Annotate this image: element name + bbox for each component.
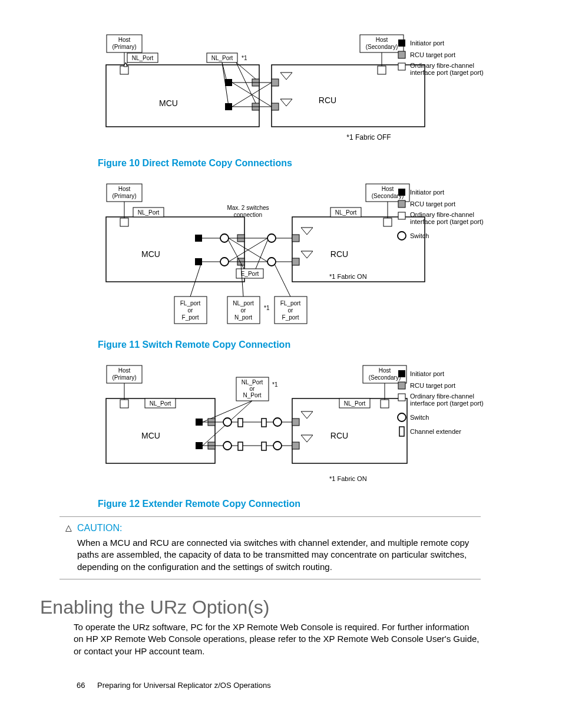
- svg-text:Ordinary fibre-channel: Ordinary fibre-channel: [410, 62, 474, 69]
- svg-text:F_port: F_port: [282, 314, 299, 321]
- svg-text:N_Port: N_Port: [243, 392, 261, 398]
- caution-text: When a MCU and RCU are connected via swi…: [77, 537, 481, 573]
- svg-text:RCU target port: RCU target port: [410, 382, 455, 389]
- svg-text:(Primary): (Primary): [112, 374, 136, 381]
- caution-block: △ CAUTION: When a MCU and RCU are connec…: [59, 516, 481, 579]
- figure-12-diagram: Host (Primary) Host (Secondary) NL_Port …: [98, 363, 510, 493]
- caution-icon: △: [65, 523, 72, 532]
- svg-rect-67: [292, 235, 299, 242]
- svg-text:NL_Port: NL_Port: [335, 209, 357, 216]
- svg-rect-148: [238, 419, 243, 427]
- svg-line-86: [256, 241, 267, 269]
- section-heading: Enabling the URz Option(s): [40, 597, 270, 618]
- svg-text:RCU target port: RCU target port: [410, 200, 455, 207]
- svg-text:interface port (target port): interface port (target port): [410, 218, 484, 225]
- svg-text:MCU: MCU: [159, 98, 178, 108]
- svg-rect-110: [398, 212, 405, 219]
- svg-marker-81: [301, 228, 313, 235]
- svg-rect-55: [384, 218, 392, 226]
- svg-text:Host: Host: [379, 367, 391, 374]
- svg-text:(Primary): (Primary): [112, 44, 136, 50]
- svg-point-144: [223, 418, 232, 426]
- svg-rect-125: [381, 400, 389, 408]
- svg-rect-25: [272, 79, 279, 86]
- svg-text:FL_port: FL_port: [180, 300, 201, 307]
- svg-text:NL_Port: NL_Port: [132, 55, 154, 61]
- svg-text:(Secondary): (Secondary): [369, 374, 401, 381]
- svg-rect-0: [106, 65, 259, 127]
- svg-text:MCU: MCU: [141, 431, 160, 440]
- svg-text:RCU: RCU: [330, 431, 348, 440]
- svg-point-146: [223, 442, 232, 450]
- figure-11-caption: Figure 11 Switch Remote Copy Connection: [98, 340, 290, 350]
- svg-rect-150: [238, 442, 243, 450]
- svg-rect-143: [292, 442, 299, 449]
- svg-text:(Secondary): (Secondary): [366, 44, 398, 50]
- svg-text:F_port: F_port: [182, 314, 199, 321]
- svg-point-69: [220, 234, 229, 242]
- svg-rect-38: [398, 39, 405, 47]
- footer-title: Preparing for Universal Replicator z/OS …: [97, 681, 271, 690]
- svg-rect-138: [196, 419, 203, 426]
- figure-12-caption: Figure 12 Extender Remote Copy Connectio…: [98, 499, 300, 509]
- svg-text:or: or: [288, 307, 294, 314]
- svg-text:FL_port: FL_port: [280, 300, 301, 307]
- svg-text:Switch: Switch: [410, 414, 429, 421]
- svg-text:Channel extender: Channel extender: [410, 428, 461, 435]
- svg-text:*1: *1: [264, 305, 270, 311]
- svg-rect-108: [398, 200, 405, 207]
- svg-text:N_port: N_port: [234, 314, 252, 321]
- svg-text:Ordinary fibre-channel: Ordinary fibre-channel: [410, 211, 474, 218]
- svg-text:*1: *1: [272, 381, 278, 388]
- svg-line-103: [275, 264, 290, 297]
- svg-rect-142: [292, 419, 299, 426]
- svg-rect-53: [120, 218, 128, 226]
- caution-label: CAUTION:: [77, 523, 122, 533]
- svg-text:Ordinary fibre-channel: Ordinary fibre-channel: [410, 393, 474, 400]
- svg-text:connection: connection: [234, 212, 262, 218]
- svg-text:(Primary): (Primary): [112, 193, 136, 199]
- svg-text:or: or: [250, 386, 256, 392]
- svg-text:Initiator port: Initiator port: [410, 370, 444, 377]
- svg-text:NL_Port: NL_Port: [150, 400, 171, 407]
- svg-rect-1: [272, 65, 425, 127]
- svg-rect-139: [196, 442, 203, 449]
- svg-rect-167: [398, 370, 405, 377]
- svg-rect-149: [262, 419, 266, 427]
- svg-text:RCU: RCU: [319, 95, 336, 105]
- svg-text:Initiator port: Initiator port: [410, 189, 444, 196]
- svg-text:NL_port: NL_port: [233, 300, 254, 307]
- svg-marker-33: [280, 73, 292, 80]
- svg-text:Host: Host: [118, 37, 131, 43]
- svg-text:NL_Port: NL_Port: [242, 379, 263, 386]
- svg-point-147: [273, 442, 282, 450]
- page-number: 66: [77, 681, 85, 690]
- svg-rect-68: [292, 258, 299, 265]
- svg-rect-171: [398, 394, 405, 401]
- svg-rect-42: [398, 63, 405, 70]
- svg-rect-123: [120, 400, 128, 408]
- svg-point-113: [398, 232, 406, 240]
- svg-rect-21: [225, 79, 232, 86]
- svg-point-174: [398, 413, 406, 421]
- svg-rect-106: [398, 189, 405, 196]
- svg-rect-10: [378, 66, 386, 74]
- svg-point-71: [220, 258, 229, 266]
- svg-rect-8: [120, 66, 128, 74]
- svg-rect-169: [398, 382, 405, 389]
- svg-marker-82: [301, 251, 313, 258]
- svg-text:RCU: RCU: [330, 249, 348, 259]
- svg-rect-176: [399, 427, 404, 436]
- figure-10-caption: Figure 10 Direct Remote Copy Connections: [98, 158, 292, 169]
- svg-point-70: [267, 234, 276, 242]
- svg-text:Host: Host: [382, 186, 394, 192]
- svg-text:*1: *1: [242, 55, 247, 61]
- svg-text:NL_Port: NL_Port: [138, 209, 160, 216]
- svg-marker-34: [280, 99, 292, 106]
- svg-text:MCU: MCU: [141, 249, 160, 259]
- svg-rect-40: [398, 51, 405, 58]
- svg-text:*1 Fabric ON: *1 Fabric ON: [329, 475, 367, 482]
- svg-text:Host: Host: [376, 37, 388, 43]
- svg-text:Host: Host: [118, 186, 131, 192]
- svg-rect-22: [225, 103, 232, 110]
